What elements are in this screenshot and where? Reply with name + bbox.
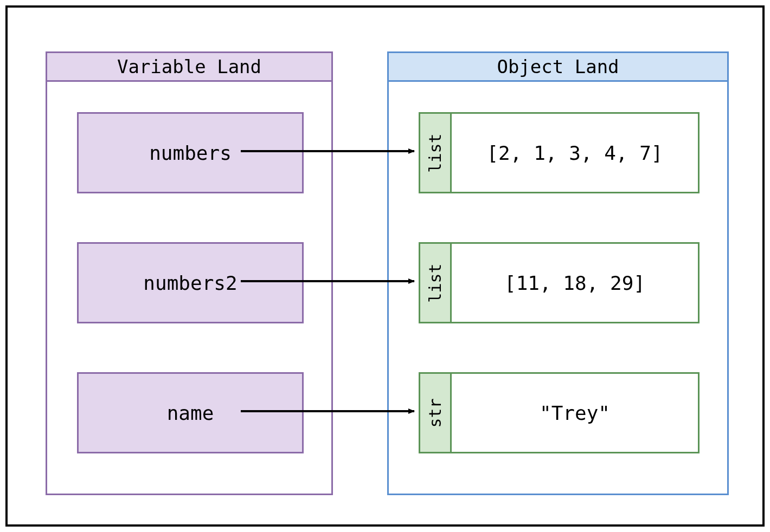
object-box-str: str "Trey" bbox=[419, 372, 700, 453]
variable-label: name bbox=[167, 402, 214, 424]
variable-land-panel: Variable Land numbers numbers2 name bbox=[46, 78, 333, 495]
diagram-canvas: Variable Land numbers numbers2 name Obje… bbox=[5, 5, 765, 527]
type-label: list bbox=[426, 133, 445, 172]
variable-label: numbers2 bbox=[143, 272, 237, 294]
variable-box-name: name bbox=[77, 372, 304, 453]
object-box-list-1: list [2, 1, 3, 4, 7] bbox=[419, 112, 700, 193]
object-land-title: Object Land bbox=[387, 51, 729, 82]
variable-land-title: Variable Land bbox=[46, 51, 333, 82]
variable-label: numbers bbox=[149, 142, 232, 164]
object-land-title-text: Object Land bbox=[497, 56, 619, 77]
type-tag: list bbox=[420, 114, 452, 192]
object-value: [2, 1, 3, 4, 7] bbox=[452, 114, 698, 192]
object-value: [11, 18, 29] bbox=[452, 244, 698, 322]
variable-land-title-text: Variable Land bbox=[117, 56, 261, 77]
variable-box-numbers2: numbers2 bbox=[77, 242, 304, 323]
type-label: str bbox=[426, 398, 445, 427]
type-tag: list bbox=[420, 244, 452, 322]
variable-box-numbers: numbers bbox=[77, 112, 304, 193]
object-value: "Trey" bbox=[452, 374, 698, 452]
type-label: list bbox=[426, 263, 445, 302]
object-land-panel: Object Land list [2, 1, 3, 4, 7] list [1… bbox=[387, 78, 729, 495]
object-box-list-2: list [11, 18, 29] bbox=[419, 242, 700, 323]
type-tag: str bbox=[420, 374, 452, 452]
